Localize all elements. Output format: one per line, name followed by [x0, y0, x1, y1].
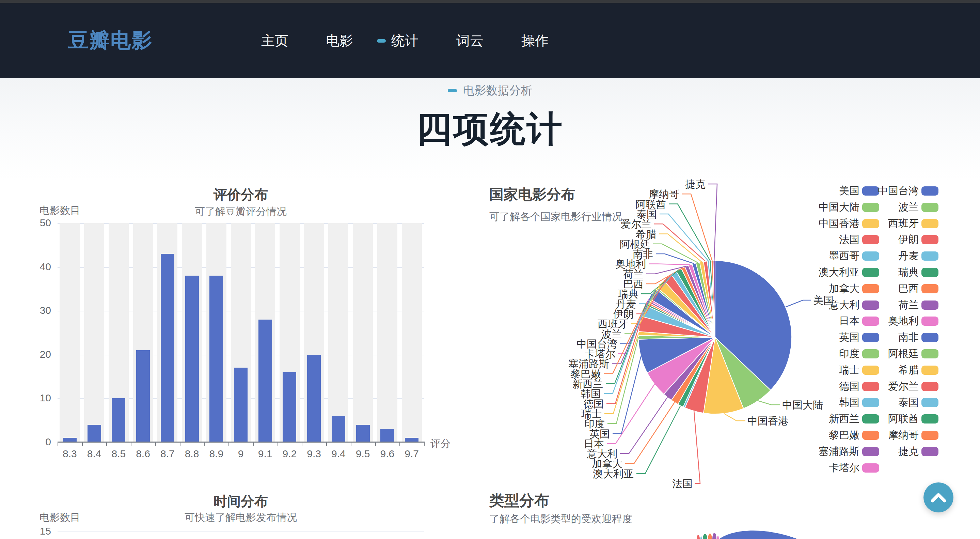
legend-label: 中国台湾 [851, 184, 919, 198]
legend-swatch [921, 317, 939, 326]
legend-label: 西班牙 [851, 217, 919, 231]
bar-8.5[interactable] [112, 398, 125, 442]
legend-item-阿联酋[interactable]: 阿联酋 [851, 412, 939, 426]
nav-item-statistics[interactable]: 统计 [377, 31, 418, 50]
legend-item-中国台湾[interactable]: 中国台湾 [851, 184, 939, 198]
legend-swatch [921, 235, 939, 244]
legend-label: 日本 [791, 314, 859, 328]
x-axis-tick-label: 8.4 [82, 448, 107, 459]
pie-label-line [758, 401, 780, 405]
legend-item-爱尔兰[interactable]: 爱尔兰 [851, 380, 939, 394]
legend-label: 塞浦路斯 [791, 445, 859, 459]
legend-item-捷克[interactable]: 捷克 [851, 445, 939, 459]
bar-9.2[interactable] [283, 372, 296, 442]
bar-background-band [84, 223, 104, 442]
time-chart-subtitle: 可快速了解电影发布情况 [57, 511, 424, 525]
legend-item-丹麦[interactable]: 丹麦 [851, 249, 939, 263]
legend-swatch [921, 349, 939, 359]
bar-9[interactable] [234, 368, 248, 442]
legend-item-泰国[interactable]: 泰国 [851, 395, 939, 410]
legend-label: 瑞典 [851, 265, 919, 279]
x-axis-tick-mark [277, 443, 278, 446]
x-axis-tick-label: 8.6 [131, 448, 155, 459]
time-y-axis-name: 电影数目 [40, 511, 80, 525]
x-axis-tick-label: 8.3 [57, 448, 82, 459]
rating-chart-subtitle: 可了解豆瓣评分情况 [57, 205, 424, 219]
legend-swatch [921, 398, 939, 407]
y-axis-tick-label: 30 [17, 305, 51, 316]
rose-big-petal [719, 526, 797, 539]
x-axis-tick-mark [351, 443, 352, 446]
legend-label: 奥地利 [851, 314, 919, 328]
legend-swatch [921, 365, 939, 375]
nav-item-movies[interactable]: 电影 [326, 31, 353, 50]
x-axis-tick-label: 9.5 [351, 448, 375, 459]
pie-callout-label: 法国 [604, 477, 693, 491]
x-axis-tick-mark [399, 443, 400, 446]
legend-item-奥地利[interactable]: 奥地利 [851, 314, 939, 328]
legend-swatch [921, 414, 939, 424]
legend-label: 荷兰 [851, 298, 919, 312]
legend-swatch [862, 463, 879, 472]
nav-item-label: 操作 [521, 31, 549, 50]
rating-x-axis-name: 评分 [430, 437, 451, 451]
legend-item-南非[interactable]: 南非 [851, 330, 939, 344]
bar-9.3[interactable] [307, 355, 321, 442]
bar-8.7[interactable] [161, 254, 174, 442]
legend-item-希腊[interactable]: 希腊 [851, 363, 939, 377]
bar-8.9[interactable] [209, 276, 223, 442]
pie-label-line [653, 244, 698, 263]
bar-9.1[interactable] [258, 320, 272, 442]
time-gridline [57, 531, 424, 531]
legend-item-巴西[interactable]: 巴西 [851, 282, 939, 296]
legend-label: 韩国 [791, 395, 859, 410]
bar-9.6[interactable] [380, 429, 394, 442]
legend-label: 新西兰 [791, 412, 859, 426]
x-axis-tick-mark [302, 443, 302, 446]
legend-item-荷兰[interactable]: 荷兰 [851, 298, 939, 312]
x-axis-tick-label: 9.2 [277, 448, 302, 459]
x-axis-tick-label: 9 [229, 448, 253, 459]
legend-item-阿根廷[interactable]: 阿根廷 [851, 347, 939, 361]
legend-label: 摩纳哥 [851, 428, 919, 442]
legend-label: 意大利 [791, 298, 859, 312]
bar-8.8[interactable] [185, 276, 199, 442]
x-axis-tick-mark [424, 443, 425, 446]
x-axis-tick-mark [57, 443, 58, 446]
legend-item-瑞典[interactable]: 瑞典 [851, 265, 939, 279]
legend-item-伊朗[interactable]: 伊朗 [851, 233, 939, 247]
legend-label: 波兰 [851, 200, 919, 214]
bar-8.4[interactable] [88, 425, 101, 442]
pie-label-line [659, 234, 702, 262]
bar-background-band [353, 223, 373, 442]
legend-label: 澳大利亚 [791, 265, 859, 279]
legend-label: 捷克 [851, 445, 919, 459]
nav-item-actions[interactable]: 操作 [521, 31, 549, 50]
legend-label: 加拿大 [791, 282, 859, 296]
x-axis-tick-mark [82, 443, 83, 446]
legend-label: 中国大陆 [791, 200, 859, 214]
brand-logo[interactable]: 豆瓣电影 [68, 3, 153, 78]
nav-item-home[interactable]: 主页 [261, 31, 288, 50]
genre-rose-chart-fragment [695, 526, 797, 539]
nav-item-label: 主页 [261, 31, 288, 50]
dash-icon [448, 89, 457, 92]
bar-background-band [60, 223, 80, 442]
chevron-up-icon [931, 492, 946, 502]
pie-label-line [625, 402, 675, 463]
legend-swatch [921, 284, 939, 293]
nav-item-wordcloud[interactable]: 词云 [456, 31, 484, 50]
bar-9.4[interactable] [332, 416, 345, 442]
legend-swatch [921, 219, 939, 228]
rose-petal-tip [697, 535, 700, 539]
legend-item-摩纳哥[interactable]: 摩纳哥 [851, 428, 939, 442]
bar-8.6[interactable] [136, 350, 150, 442]
bar-9.5[interactable] [356, 425, 370, 442]
time-y-tick: 15 [17, 525, 51, 537]
legend-item-卡塔尔[interactable]: 卡塔尔 [791, 461, 879, 475]
bar-background-band [402, 223, 422, 442]
pie-label-line [656, 254, 694, 264]
back-to-top-button[interactable] [923, 482, 953, 512]
legend-item-波兰[interactable]: 波兰 [851, 200, 939, 214]
legend-item-西班牙[interactable]: 西班牙 [851, 217, 939, 231]
